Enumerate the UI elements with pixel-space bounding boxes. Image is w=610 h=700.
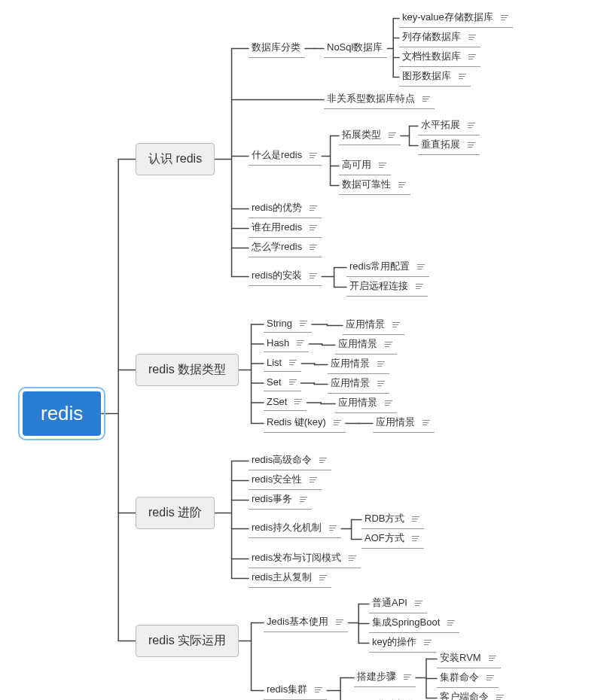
leaf-label: String bbox=[267, 318, 292, 329]
note-icon bbox=[289, 360, 297, 365]
leaf-client-cmd[interactable]: 客户端命令 bbox=[437, 689, 508, 700]
leaf-label: Hash bbox=[267, 337, 289, 348]
leaf-db-category[interactable]: 数据库分类 bbox=[249, 39, 305, 58]
leaf-scene[interactable]: 应用情景 bbox=[328, 375, 389, 394]
leaf-label: 高可用 bbox=[342, 158, 371, 172]
root-node[interactable]: redis bbox=[23, 391, 101, 436]
note-icon bbox=[468, 123, 475, 128]
leaf-adv-cmd[interactable]: redis高级命令 bbox=[249, 452, 331, 470]
leaf-label: AOF方式 bbox=[364, 531, 404, 545]
note-icon bbox=[315, 687, 322, 692]
note-icon bbox=[336, 619, 343, 625]
note-icon bbox=[385, 400, 392, 406]
note-icon bbox=[501, 15, 508, 20]
leaf-set[interactable]: Set bbox=[264, 375, 301, 391]
leaf-label: 集成SpringBoot bbox=[372, 616, 440, 629]
leaf-label: 文档性数据库 bbox=[402, 50, 461, 63]
leaf-how-learn[interactable]: 怎么学redis bbox=[249, 239, 322, 257]
leaf-label: redis的安装 bbox=[252, 269, 302, 282]
note-icon bbox=[300, 497, 307, 502]
leaf-graph-db[interactable]: 图形数据库 bbox=[399, 68, 471, 87]
section-data-types[interactable]: redis 数据类型 bbox=[136, 354, 239, 386]
note-icon bbox=[489, 656, 496, 661]
note-icon bbox=[310, 245, 317, 250]
leaf-remote-conn[interactable]: 开启远程连接 bbox=[346, 278, 428, 297]
leaf-label: 应用情景 bbox=[338, 337, 377, 351]
leaf-rdb[interactable]: RDB方式 bbox=[361, 510, 424, 529]
leaf-label: 数据库分类 bbox=[252, 41, 300, 54]
note-icon bbox=[417, 264, 425, 269]
leaf-install-rvm[interactable]: 安装RVM bbox=[437, 650, 501, 668]
leaf-label: List bbox=[267, 357, 282, 368]
leaf-high-availability[interactable]: 高可用 bbox=[339, 157, 391, 175]
note-icon bbox=[416, 284, 423, 289]
leaf-label: 怎么学redis bbox=[252, 240, 302, 254]
leaf-scene[interactable]: 应用情景 bbox=[373, 414, 435, 433]
leaf-nosql[interactable]: NoSql数据库 bbox=[324, 39, 387, 58]
note-icon bbox=[422, 420, 430, 425]
leaf-jedis[interactable]: Jedis基本使用 bbox=[264, 613, 348, 632]
leaf-whatis[interactable]: 什么是redis bbox=[249, 147, 322, 166]
leaf-string[interactable]: String bbox=[264, 316, 312, 333]
leaf-build-steps[interactable]: 搭建步骤 bbox=[354, 668, 416, 687]
leaf-install[interactable]: redis的安装 bbox=[249, 267, 322, 286]
note-icon bbox=[447, 620, 455, 625]
leaf-master-slave[interactable]: redis主从复制 bbox=[249, 569, 331, 588]
leaf-scene[interactable]: 应用情景 bbox=[335, 336, 397, 355]
leaf-label: redis发布与订阅模式 bbox=[252, 551, 341, 565]
leaf-key-op[interactable]: key的操作 bbox=[369, 634, 436, 653]
leaf-column-db[interactable]: 列存储数据库 bbox=[399, 29, 480, 47]
section-practical[interactable]: redis 实际运用 bbox=[136, 625, 239, 657]
leaf-rediskey[interactable]: Redis 键(key) bbox=[264, 414, 346, 433]
leaf-transaction[interactable]: redis事务 bbox=[249, 491, 312, 510]
note-icon bbox=[459, 74, 466, 79]
note-icon bbox=[310, 153, 317, 158]
leaf-label: redis高级命令 bbox=[252, 453, 312, 467]
leaf-scene[interactable]: 应用情景 bbox=[343, 316, 404, 335]
leaf-label: key-value存储数据库 bbox=[402, 11, 493, 24]
note-icon bbox=[319, 575, 327, 580]
leaf-list[interactable]: List bbox=[264, 355, 301, 372]
leaf-label: 非关系型数据库特点 bbox=[327, 92, 415, 105]
leaf-doc-db[interactable]: 文档性数据库 bbox=[399, 48, 480, 67]
leaf-who-uses[interactable]: 谁在用redis bbox=[249, 219, 322, 238]
leaf-security[interactable]: redis安全性 bbox=[249, 471, 322, 490]
leaf-advantages[interactable]: redis的优势 bbox=[249, 199, 322, 218]
section-advanced[interactable]: redis 进阶 bbox=[136, 497, 215, 529]
leaf-zset[interactable]: ZSet bbox=[264, 394, 307, 411]
leaf-label: 什么是redis bbox=[252, 148, 302, 162]
leaf-aof[interactable]: AOF方式 bbox=[361, 530, 424, 549]
leaf-persistence[interactable]: redis持久化机制 bbox=[249, 519, 341, 538]
leaf-label: 应用情景 bbox=[376, 415, 415, 429]
leaf-horizontal-scale[interactable]: 水平拓展 bbox=[418, 117, 480, 135]
leaf-kv-db[interactable]: key-value存储数据库 bbox=[399, 9, 513, 28]
note-icon bbox=[334, 420, 341, 425]
note-icon bbox=[294, 399, 302, 404]
section-know-redis[interactable]: 认识 redis bbox=[136, 143, 215, 175]
note-icon bbox=[415, 601, 422, 606]
leaf-nonrelational[interactable]: 非关系型数据库特点 bbox=[324, 90, 435, 109]
note-icon bbox=[310, 205, 317, 211]
leaf-java-cluster[interactable]: Java集群操作 bbox=[354, 696, 436, 700]
leaf-vertical-scale[interactable]: 垂直拓展 bbox=[418, 136, 480, 155]
leaf-common-config[interactable]: redis常用配置 bbox=[346, 258, 429, 277]
leaf-cluster-cmd[interactable]: 集群命令 bbox=[437, 669, 499, 688]
leaf-label: redis主从复制 bbox=[252, 571, 312, 584]
leaf-springboot[interactable]: 集成SpringBoot bbox=[369, 614, 459, 633]
leaf-scene[interactable]: 应用情景 bbox=[335, 394, 397, 413]
leaf-ext-type[interactable]: 拓展类型 bbox=[339, 126, 401, 145]
note-icon bbox=[392, 322, 400, 327]
leaf-reliability[interactable]: 数据可靠性 bbox=[339, 176, 410, 195]
leaf-label: key的操作 bbox=[372, 635, 416, 649]
note-icon bbox=[377, 361, 385, 367]
leaf-label: 开启远程连接 bbox=[349, 279, 408, 293]
note-icon bbox=[424, 640, 432, 645]
leaf-label: NoSql数据库 bbox=[327, 41, 383, 54]
leaf-scene[interactable]: 应用情景 bbox=[328, 355, 389, 374]
leaf-cluster[interactable]: redis集群 bbox=[264, 681, 327, 700]
note-icon bbox=[486, 675, 494, 680]
leaf-hash[interactable]: Hash bbox=[264, 336, 309, 352]
leaf-pubsub[interactable]: redis发布与订阅模式 bbox=[249, 549, 361, 568]
leaf-label: 安装RVM bbox=[440, 651, 481, 665]
leaf-plain-api[interactable]: 普通API bbox=[369, 595, 427, 613]
